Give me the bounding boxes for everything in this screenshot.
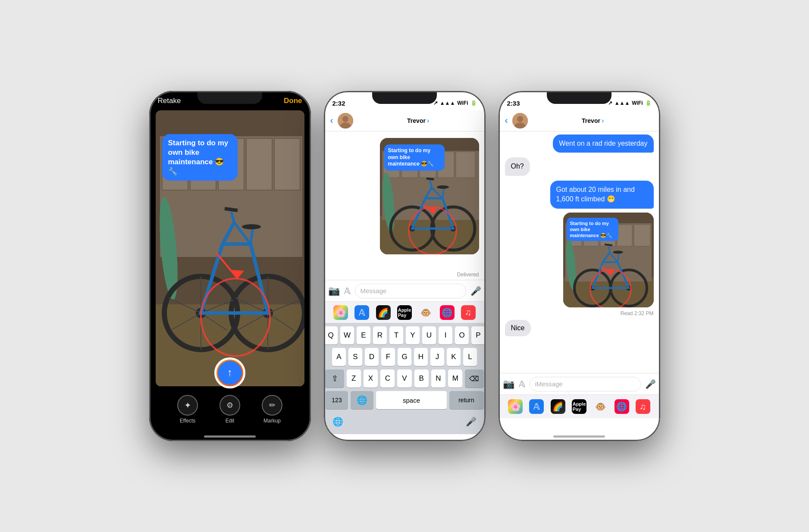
key-j[interactable]: J (430, 348, 444, 366)
music-app-icon[interactable]: ♫ (461, 305, 476, 320)
contact-avatar-2[interactable] (338, 113, 353, 128)
monkey-app-icon[interactable]: 🐵 (418, 305, 433, 320)
applepay-icon-3[interactable]: Apple Pay (572, 399, 586, 414)
key-y[interactable]: Y (406, 326, 420, 344)
key-i[interactable]: I (439, 326, 452, 344)
edit-icon-circle: ⚙ (219, 395, 240, 416)
effects-tool[interactable]: ✦ Effects (177, 395, 198, 424)
msg-bubble-3[interactable]: Got about 20 miles in and 1,600 ft climb… (550, 181, 654, 209)
key-n[interactable]: N (431, 369, 445, 388)
keyboard-bottom-2: 🌐 🎤 (326, 413, 484, 431)
messages-area-2: Trevor Starting to do my own bike mainte… (324, 131, 486, 269)
key-z[interactable]: Z (347, 369, 361, 388)
key-123[interactable]: 123 (326, 391, 348, 409)
key-m[interactable]: M (448, 369, 462, 388)
key-a[interactable]: A (332, 348, 346, 366)
key-r[interactable]: R (373, 326, 387, 344)
markup-tool[interactable]: ✏ Markup (262, 395, 282, 424)
edit-tool[interactable]: ⚙ Edit (219, 395, 240, 424)
read-label-3: Read 2:32 PM (499, 310, 660, 319)
memoji-app-icon[interactable]: 🌈 (376, 305, 391, 320)
globe-app-icon[interactable]: 🌐 (440, 305, 455, 320)
mic-icon-3[interactable]: 🎤 (645, 379, 656, 389)
key-h[interactable]: H (414, 348, 428, 366)
key-b[interactable]: B (414, 369, 429, 388)
apps-row-3: 🌸 𝔸 🌈 Apple Pay 🐵 🌐 ♫ (499, 394, 660, 418)
key-delete[interactable]: ⌫ (465, 369, 483, 388)
svg-line-32 (225, 209, 238, 210)
key-c[interactable]: C (380, 369, 395, 388)
contact-info-2[interactable]: Trevor › (357, 117, 479, 125)
battery-icon-2: 🔋 (470, 100, 477, 106)
globe-key-2[interactable]: 🌐 (329, 413, 347, 431)
retake-button[interactable]: Retake (158, 97, 181, 105)
key-e[interactable]: E (357, 326, 370, 344)
key-shift[interactable]: ⇧ (325, 369, 344, 388)
key-space[interactable]: space (376, 391, 446, 409)
key-x[interactable]: X (364, 369, 378, 388)
key-w[interactable]: W (340, 326, 354, 344)
notch-3 (547, 91, 611, 104)
contact-info-3[interactable]: Trevor › (532, 117, 654, 125)
markup-text-bubble-1: Starting to do my own bike maintenance 😎… (162, 134, 238, 181)
nav-bar-3: ‹ Trevor › (499, 110, 660, 131)
back-button-2[interactable]: ‹ (330, 115, 333, 126)
apps-icon-3[interactable]: 𝔸 (519, 379, 525, 389)
key-p[interactable]: P (471, 326, 485, 344)
music-icon-3[interactable]: ♫ (636, 399, 650, 414)
message-input-2[interactable]: Message (355, 284, 466, 298)
globe-icon-3[interactable]: 🌐 (615, 399, 629, 414)
contact-avatar-3[interactable] (512, 113, 528, 128)
camera-icon-2[interactable]: 📷 (328, 285, 340, 297)
key-globe[interactable]: 🌐 (351, 391, 373, 409)
photo-text-overlay-2: Starting to do my own bike maintenance 😎… (384, 144, 445, 171)
monkey-icon-3[interactable]: 🐵 (593, 399, 608, 414)
key-return[interactable]: return (449, 391, 484, 409)
key-row-2: A S D F G H J K L (326, 348, 484, 366)
photo-message-2[interactable]: Trevor Starting to do my own bike mainte… (330, 138, 479, 254)
camera-icon-3[interactable]: 📷 (503, 379, 514, 390)
keyboard-2: Q W E R T Y U I O P A S (324, 323, 486, 434)
wifi-icon-3: WiFi (632, 100, 643, 106)
key-f[interactable]: F (381, 348, 395, 366)
msg-bubble-2[interactable]: Oh? (505, 157, 530, 175)
key-t[interactable]: T (389, 326, 403, 344)
appstore-app-icon[interactable]: 𝔸 (354, 305, 369, 320)
send-button[interactable]: ↑ (214, 357, 245, 388)
imessage-bar-3: 📷 𝔸 iMessage 🎤 (499, 373, 660, 394)
mic-key-2[interactable]: 🎤 (462, 413, 480, 431)
applepay-app-icon[interactable]: Apple Pay (397, 305, 412, 320)
wifi-icon-2: WiFi (457, 100, 468, 106)
markup-icon-circle: ✏ (262, 395, 282, 416)
key-q[interactable]: Q (324, 326, 338, 344)
mic-icon-2[interactable]: 🎤 (470, 286, 481, 296)
msg-row-1: Went on a rad ride yesterday (505, 133, 654, 154)
key-l[interactable]: L (463, 348, 477, 366)
imessage-input-3[interactable]: iMessage (530, 377, 641, 391)
key-k[interactable]: K (447, 348, 461, 366)
svg-line-60 (426, 178, 434, 179)
notch-2 (372, 91, 437, 104)
key-s[interactable]: S (348, 348, 362, 366)
bottom-icon-row: ✦ Effects ⚙ Edit ✏ (177, 395, 282, 424)
effects-star-icon: ✦ (184, 400, 191, 410)
contact-name-3: Trevor (582, 117, 600, 124)
memoji-icon-3[interactable]: 🌈 (551, 399, 565, 414)
key-u[interactable]: U (422, 326, 436, 344)
key-v[interactable]: V (397, 369, 411, 388)
signal-icon-3: ▲▲▲ (615, 100, 630, 106)
msg-bubble-1[interactable]: Went on a rad ride yesterday (553, 135, 653, 153)
apps-icon-2[interactable]: 𝔸 (344, 286, 351, 296)
photos-app-icon[interactable]: 🌸 (333, 305, 348, 320)
photo-msg-bubble-3[interactable]: Starting to do my own bike maintenance 😎… (563, 213, 654, 307)
photos-icon-3[interactable]: 🌸 (508, 399, 523, 414)
msg-bubble-5[interactable]: Nice (505, 320, 531, 336)
key-d[interactable]: D (365, 348, 379, 366)
appstore-icon-3[interactable]: 𝔸 (529, 399, 544, 414)
key-o[interactable]: O (455, 326, 469, 344)
key-g[interactable]: G (398, 348, 411, 366)
back-button-3[interactable]: ‹ (505, 115, 508, 126)
key-row-3: ⇧ Z X C V B N M ⌫ (326, 369, 484, 388)
done-button[interactable]: Done (284, 97, 302, 105)
contact-chevron-2: › (427, 117, 429, 125)
